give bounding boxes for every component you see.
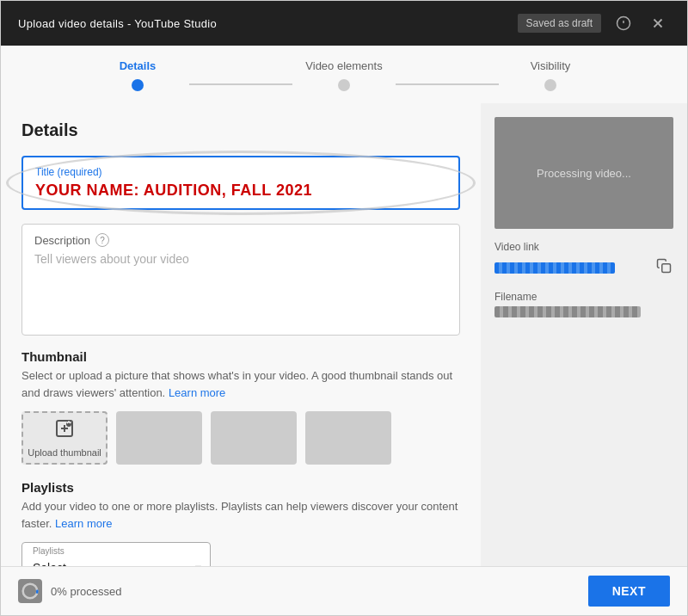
thumbnail-section: Thumbnail Select or upload a picture tha… — [22, 349, 460, 465]
playlists-title: Playlists — [22, 480, 460, 495]
thumbnail-options: Upload thumbnail — [22, 411, 460, 465]
video-link-section: Video link — [494, 241, 673, 279]
upload-thumbnail-button[interactable]: Upload thumbnail — [22, 411, 108, 465]
svg-rect-9 — [662, 264, 671, 273]
step-details[interactable]: Details — [86, 59, 189, 91]
steps-bar: Details Video elements Visibility — [1, 46, 687, 103]
description-wrapper[interactable]: Description ? Tell viewers about your vi… — [22, 224, 460, 336]
step-details-label: Details — [120, 59, 157, 72]
filename-label: Filename — [494, 291, 673, 303]
playlists-select-container[interactable]: Playlists Select ▾ — [22, 542, 211, 566]
progress-icon — [18, 579, 42, 603]
right-panel: Processing video... Video link Filename — [481, 103, 687, 566]
upload-modal: Upload video details - YouTube Studio Sa… — [0, 0, 688, 616]
description-help-icon[interactable]: ? — [95, 233, 109, 247]
modal-title: Upload video details - YouTube Studio — [18, 17, 518, 30]
alert-button[interactable] — [611, 11, 636, 35]
playlists-learn-more[interactable]: Learn more — [55, 517, 112, 530]
title-field-group: Title (required) YOUR NAME: AUDITION, FA… — [22, 156, 460, 210]
description-placeholder: Tell viewers about your video — [34, 252, 447, 266]
step-connector-1 — [189, 83, 292, 85]
filename-section: Filename — [494, 291, 673, 317]
processing-text: Processing video... — [537, 167, 631, 180]
step-details-dot — [132, 79, 144, 91]
svg-point-10 — [23, 584, 38, 599]
title-field-wrapper[interactable]: Title (required) YOUR NAME: AUDITION, FA… — [22, 156, 460, 210]
title-label: Title (required) — [35, 166, 446, 178]
thumbnail-option-1[interactable] — [116, 411, 202, 465]
playlists-section: Playlists Add your video to one or more … — [22, 480, 460, 566]
step-visibility-dot — [544, 79, 556, 91]
description-field-group: Description ? Tell viewers about your vi… — [22, 224, 460, 336]
step-video-elements[interactable]: Video elements — [292, 59, 396, 91]
step-connector-2 — [396, 83, 499, 85]
step-visibility[interactable]: Visibility — [499, 59, 602, 91]
thumbnail-option-2[interactable] — [211, 411, 297, 465]
next-button[interactable]: NEXT — [588, 576, 670, 607]
video-preview: Processing video... — [494, 117, 673, 229]
step-video-elements-dot — [338, 79, 350, 91]
modal-footer: 0% processed NEXT — [1, 566, 687, 615]
playlists-select-value-row[interactable]: Select ▾ — [22, 556, 210, 566]
description-label: Description ? — [34, 233, 447, 247]
video-link-value — [494, 262, 615, 274]
step-visibility-label: Visibility — [531, 59, 571, 72]
footer-left: 0% processed — [18, 579, 121, 603]
section-title: Details — [22, 120, 460, 140]
thumbnail-learn-more[interactable]: Learn more — [169, 386, 225, 399]
step-video-elements-label: Video elements — [305, 59, 382, 72]
playlists-select-label: Playlists — [22, 543, 210, 556]
progress-text: 0% processed — [51, 585, 121, 598]
thumbnail-option-3[interactable] — [305, 411, 391, 465]
playlists-desc: Add your video to one or more playlists.… — [22, 498, 460, 532]
content-area: Details Title (required) YOUR NAME: AUDI… — [1, 103, 687, 566]
thumbnail-desc: Select or upload a picture that shows wh… — [22, 367, 460, 401]
video-link-row — [494, 256, 673, 279]
saved-draft-badge: Saved as draft — [518, 14, 601, 33]
close-button[interactable] — [646, 11, 670, 35]
upload-icon — [54, 418, 75, 444]
header-right: Saved as draft — [518, 11, 670, 35]
modal-header: Upload video details - YouTube Studio Sa… — [1, 1, 687, 46]
video-link-label: Video link — [494, 241, 673, 253]
thumbnail-section-title: Thumbnail — [22, 349, 460, 364]
upload-thumbnail-label: Upload thumbnail — [28, 447, 101, 458]
title-value: YOUR NAME: AUDITION, FALL 2021 — [35, 182, 446, 200]
copy-link-button[interactable] — [654, 256, 673, 279]
main-content: Details Title (required) YOUR NAME: AUDI… — [1, 103, 481, 566]
filename-value — [494, 306, 641, 317]
